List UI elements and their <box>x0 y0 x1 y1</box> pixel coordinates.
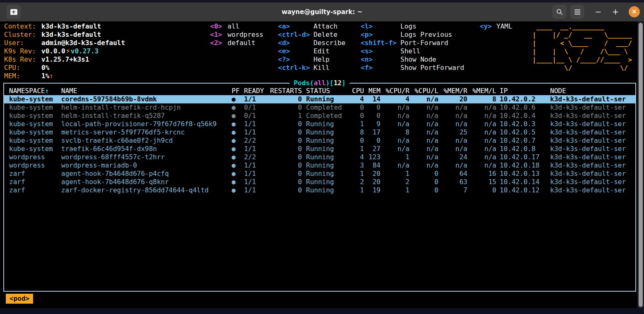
search-button[interactable] <box>553 5 566 19</box>
upgrade-version: v0.27.3 <box>71 47 98 55</box>
cell-cpu_l: n/a <box>409 161 438 170</box>
cell-mem: 14 <box>364 95 381 103</box>
scrollbar-thumb[interactable] <box>639 23 643 307</box>
hotkey-key: <ctrl-k> <box>278 64 314 72</box>
hotkey-item: <?>Help <box>278 55 345 64</box>
search-icon <box>556 9 563 15</box>
cell-node: k3d-k3s-default-ser <box>550 120 635 128</box>
cell-mem_r: n/a <box>438 137 467 145</box>
cell-cpu: 1 <box>352 170 364 178</box>
cell-restarts: 0 <box>270 178 302 186</box>
hotkey-key: <1> <box>210 31 227 39</box>
cell-ip: 10.42.0.4 <box>496 112 550 120</box>
header-mem: MEM <box>364 87 381 95</box>
header-pf: PF <box>232 87 244 95</box>
cell-cpu_l: n/a <box>409 145 438 153</box>
cell-mem: 20 <box>364 170 381 178</box>
cell-cpu_r: 1 <box>381 170 409 178</box>
hotkey-label: all <box>227 22 239 31</box>
table-row[interactable]: wordpresswordpress-68fff4557c-t2hrr●2/20… <box>4 153 635 161</box>
header-memr: %MEM/R <box>438 87 467 95</box>
cell-cpu_l: n/a <box>409 137 438 145</box>
cell-cpu_r: 4 <box>381 95 409 103</box>
hotkey-item: <shift-f>Port-Forward <box>361 39 464 47</box>
cell-pf-indicator: ● <box>232 170 244 178</box>
cell-restarts: 0 <box>270 161 302 170</box>
table-row[interactable]: kube-systemhelm-install-traefik-q5287●0/… <box>4 112 635 120</box>
cell-cpu: 0 <box>352 112 364 120</box>
cell-restarts: 0 <box>270 95 302 103</box>
hotkey-key: <s> <box>361 47 400 55</box>
breadcrumb-pod: <pod> <box>6 294 33 304</box>
header-cpul: %CPU/L <box>409 87 438 95</box>
cell-restarts: 0 <box>270 186 302 194</box>
cell-node: k3d-k3s-default-ser <box>550 186 635 194</box>
cell-cpu_l: 0 <box>409 170 438 178</box>
table-row[interactable]: zarfagent-hook-7b4648d676-p4cfq●1/10Runn… <box>4 170 635 178</box>
cell-cpu: 1 <box>352 120 364 128</box>
info-value: 1% <box>41 72 49 80</box>
cell-ip: 10.42.0.18 <box>496 161 550 170</box>
cell-mem: 0 <box>364 112 381 120</box>
header-ns: NAMESPACE↑ <box>9 87 61 95</box>
table-header-row: NAMESPACE↑NAMEPFREADYRESTARTSSTATUSCPUME… <box>4 87 635 95</box>
cell-mem: 9 <box>364 120 381 128</box>
window-title: wayne@guilty-spark: ~ <box>282 8 362 16</box>
cell-node: k3d-k3s-default-ser <box>550 95 635 103</box>
cell-mem_l: n/a <box>467 112 496 120</box>
table-row[interactable]: wordpresswordpress-mariadb-0●1/10Running… <box>4 161 635 170</box>
header-node: NODE <box>550 87 635 95</box>
cell-cpu: 0 <box>352 103 364 112</box>
cluster-info-row: User:admin@k3d-k3s-default <box>4 39 125 47</box>
k9s-ascii-logo: ____ __.________ | |/ _/ __ \______ | < … <box>532 23 632 72</box>
scrollbar-track[interactable] <box>637 22 644 308</box>
table-row[interactable]: kube-systemcoredns-597584b69b-8vdmk●1/10… <box>4 95 635 103</box>
hotkey-key: <l> <box>361 22 400 31</box>
hotkey-item: <a>Attach <box>278 22 345 31</box>
cell-ip: 10.42.0.14 <box>496 178 550 186</box>
cell-name: helm-install-traefik-q5287 <box>61 112 232 120</box>
hotkey-item: <1>wordpress <box>210 31 263 39</box>
cell-mem: 19 <box>364 186 381 194</box>
cell-ready: 1/1 <box>244 145 270 153</box>
info-label: Cluster: <box>4 31 41 39</box>
cell-cpu_r: n/a <box>381 120 409 128</box>
cell-restarts: 0 <box>270 170 302 178</box>
cell-restarts: 0 <box>270 128 302 137</box>
table-row[interactable]: zarfagent-hook-7b4648d676-q8knr●1/10Runn… <box>4 178 635 186</box>
cell-mem_r: n/a <box>438 120 467 128</box>
cell-ip: 10.42.0.5 <box>496 128 550 137</box>
table-row[interactable]: kube-systemsvclb-traefik-c66ae0f2-jh9cd●… <box>4 137 635 145</box>
table-row[interactable]: zarfzarf-docker-registry-856dd74644-q4lt… <box>4 186 635 194</box>
table-row[interactable]: kube-systemlocal-path-provisioner-79f67d… <box>4 120 635 128</box>
cell-ready: 2/2 <box>244 153 270 161</box>
cell-node: k3d-k3s-default-ser <box>550 112 635 120</box>
cell-restarts: 1 <box>270 112 302 120</box>
cell-status: Running <box>302 170 352 178</box>
title-pod-count: 12 <box>334 79 342 87</box>
cell-mem_l: 15 <box>467 178 496 186</box>
cell-name: coredns-597584b69b-8vdmk <box>61 95 232 103</box>
hotkey-label: Show Node <box>400 55 436 64</box>
table-row[interactable]: kube-systemtraefik-66c46d954f-dx98n●1/10… <box>4 145 635 153</box>
cell-name: local-path-provisioner-79f67d76f8-q56k9 <box>61 120 232 128</box>
maximize-button[interactable]: + <box>612 8 619 16</box>
cell-ready: 1/1 <box>244 170 270 178</box>
new-tab-button[interactable]: + <box>7 5 21 19</box>
cell-name: helm-install-traefik-crd-hcpjn <box>61 103 232 112</box>
cell-mem: 84 <box>364 161 381 170</box>
cluster-info-row: CPU:0% <box>4 64 125 72</box>
hotkey-label: Help <box>314 55 330 64</box>
close-button[interactable]: × <box>629 6 640 17</box>
menu-button[interactable] <box>570 5 584 19</box>
info-value: k3d-k3s-default <box>41 22 101 31</box>
cell-cpu_l: n/a <box>409 120 438 128</box>
table-row[interactable]: kube-systemmetrics-server-5f9f776df5-krc… <box>4 128 635 137</box>
hotkey-key: <n> <box>361 55 400 64</box>
table-row[interactable]: kube-systemhelm-install-traefik-crd-hcpj… <box>4 103 635 112</box>
cluster-info-row: Cluster:k3d-k3s-default <box>4 31 125 39</box>
info-value: admin@k3d-k3s-default <box>41 39 125 47</box>
minimize-button[interactable]: − <box>595 8 601 16</box>
cell-status: Running <box>302 186 352 194</box>
hotkey-key: <p> <box>361 31 400 39</box>
